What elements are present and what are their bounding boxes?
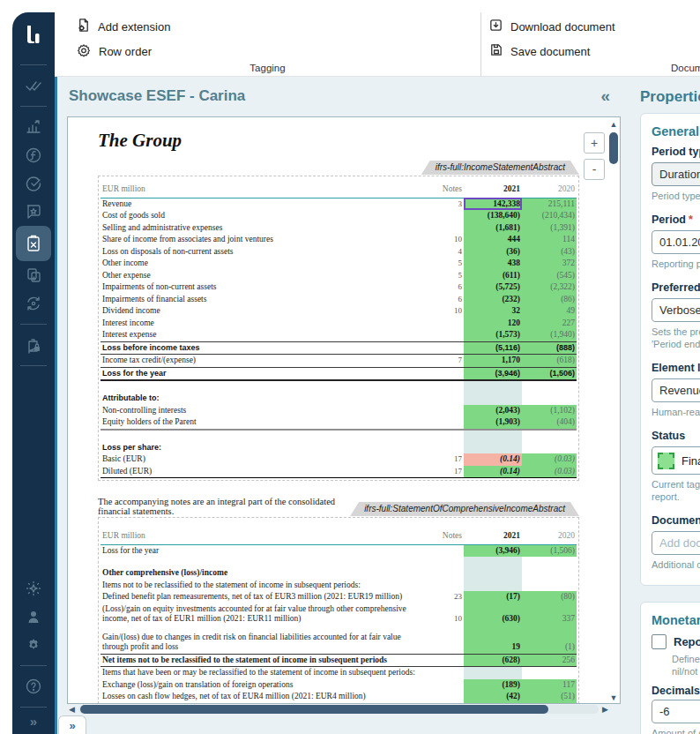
download-document-button[interactable]: Download document <box>488 16 700 37</box>
fact-cell-2020[interactable]: (1,391) <box>522 222 577 235</box>
bottom-expand-tab[interactable]: » <box>58 715 86 734</box>
collapse-panel-icon[interactable]: « <box>600 86 610 106</box>
clipboard-lock-icon[interactable] <box>18 331 49 359</box>
fact-cell-2021[interactable]: (1,681) <box>464 222 522 235</box>
fact-cell-2021[interactable]: (611) <box>464 270 522 282</box>
fact-cell-2020[interactable]: (888) <box>522 341 577 355</box>
fact-cell-2021[interactable]: 142,338 <box>464 198 522 210</box>
fact-cell-2020[interactable]: 215,111 <box>522 198 577 210</box>
fact-cell-2021[interactable]: 1,170 <box>464 355 522 368</box>
fact-cell-2021[interactable]: (42) <box>464 691 522 703</box>
gear-icon[interactable] <box>18 631 49 659</box>
fact-cell-2020[interactable]: (0.03) <box>522 466 577 478</box>
fact-cell-2021[interactable]: (2,043) <box>464 405 522 417</box>
fact-cell-2021[interactable]: (0.14) <box>464 466 522 478</box>
fact-cell-2020[interactable]: 114 <box>522 234 577 246</box>
preferred-label-input[interactable] <box>652 298 700 322</box>
fact-cell-2021[interactable]: (36) <box>464 246 522 258</box>
xbrl-tag-chip[interactable]: ifrs-full:StatementOfComprehensiveIncome… <box>350 502 579 516</box>
fact-cell-2021[interactable]: 120 <box>464 318 522 330</box>
fact-cell-2021[interactable]: (1,903) <box>464 416 522 430</box>
fact-cell-2021[interactable]: (628) <box>464 654 522 667</box>
fact-cell-2020[interactable]: (404) <box>522 416 577 430</box>
fact-cell-2020[interactable]: 256 <box>522 654 577 667</box>
sync-eye-icon[interactable] <box>18 289 49 318</box>
fact-cell-2021[interactable]: (630) <box>464 603 522 625</box>
fact-cell-2020[interactable]: (1,506) <box>522 367 577 380</box>
clipboard-x-icon[interactable] <box>16 226 51 261</box>
decimals-input[interactable] <box>652 700 700 723</box>
fact-cell-2021[interactable]: (5,725) <box>464 281 522 294</box>
fact-cell-2020[interactable]: 117 <box>522 679 577 692</box>
fact-cell-2020[interactable]: (43) <box>522 246 577 258</box>
fact-cell-2021[interactable]: (3,946) <box>464 367 522 380</box>
fact-cell-2021[interactable]: (189) <box>464 679 522 692</box>
row-label: Interest expense <box>101 329 430 341</box>
documentation-input[interactable] <box>652 531 700 555</box>
fact-cell-2021[interactable]: (0.14) <box>464 453 522 466</box>
fact-cell-2020[interactable]: (0.03) <box>522 453 577 466</box>
status-select[interactable]: Final <box>652 446 700 475</box>
fact-cell-2021[interactable]: (3,946) <box>464 544 522 557</box>
fact-cell-2021[interactable]: (17) <box>464 591 522 603</box>
fact-cell-2020[interactable]: (210,434) <box>522 210 577 222</box>
double-check-icon[interactable] <box>18 71 49 100</box>
scroll-right-icon[interactable]: ▶ <box>602 705 608 714</box>
fact-cell-2020[interactable]: (80) <box>522 591 577 603</box>
zoom-out-button[interactable]: - <box>584 159 605 180</box>
save-document-button[interactable]: Save document <box>488 41 700 62</box>
fact-cell-2020[interactable]: 337 <box>522 603 577 625</box>
fact-cell-2021 <box>464 580 522 592</box>
period-type-input[interactable] <box>652 162 700 186</box>
fact-cell-2020[interactable]: 372 <box>522 258 577 270</box>
report-nil-checkbox[interactable] <box>652 634 666 649</box>
fact-cell-2021[interactable]: (1,573) <box>464 329 522 341</box>
fact-cell-2020[interactable]: (1,506) <box>522 544 577 557</box>
bar-chart-icon[interactable] <box>18 113 49 141</box>
fact-cell-2020[interactable]: (2,322) <box>522 281 577 294</box>
check-circle-icon[interactable] <box>18 169 49 198</box>
add-extension-button[interactable]: Add extension <box>76 16 480 37</box>
scroll-up-icon[interactable]: ▲ <box>610 120 618 129</box>
fact-cell-2021[interactable]: 438 <box>464 258 522 270</box>
fact-cell-2020[interactable]: (545) <box>522 270 577 282</box>
fact-cell-2021[interactable]: (138,640) <box>464 210 522 222</box>
function-icon[interactable] <box>18 141 49 169</box>
element-label-input[interactable] <box>652 378 700 402</box>
fact-cell-2021[interactable]: (232) <box>464 294 522 306</box>
table-row <box>101 557 577 567</box>
fact-cell-2021[interactable]: 19 <box>464 632 522 655</box>
period-input[interactable] <box>652 230 700 254</box>
fact-cell-2020[interactable]: (618) <box>522 355 577 368</box>
xbrl-tag-chip[interactable]: ifrs-full:IncomeStatementAbstract <box>421 161 579 175</box>
sidebar-expand-icon[interactable]: » <box>30 714 37 729</box>
scroll-left-icon[interactable]: ◀ <box>69 705 75 714</box>
fact-cell-2021[interactable]: 32 <box>464 305 522 318</box>
row-label: Defined benefit plan remeasurements, net… <box>101 591 430 603</box>
table-row: Exchange (loss)/gain on translation of f… <box>101 679 577 692</box>
fact-cell-2020[interactable]: (1,102) <box>522 405 577 417</box>
comment-star-icon[interactable] <box>18 198 49 226</box>
row-order-button[interactable]: Row order <box>76 41 480 62</box>
copy-clipboard-icon[interactable] <box>18 261 49 289</box>
fact-cell-2020[interactable]: 227 <box>522 318 577 330</box>
help-icon[interactable] <box>18 672 49 700</box>
fact-cell-2020[interactable]: (51) <box>522 691 577 703</box>
column-header: 2020 <box>522 184 577 198</box>
panel-splitter[interactable] <box>55 76 57 734</box>
table-row: Impairments of non-current assets6(5,725… <box>101 281 577 294</box>
table-row: Items that have been or may be reclassif… <box>101 667 577 679</box>
note-reference: 5 <box>430 270 464 282</box>
user-icon[interactable] <box>18 603 49 631</box>
horizontal-scroll-thumb[interactable] <box>80 705 548 714</box>
vertical-scroll-thumb[interactable] <box>609 132 618 164</box>
fact-cell-2020[interactable]: (86) <box>522 294 577 306</box>
fact-cell-2020[interactable]: (1) <box>522 632 577 655</box>
sparkle-icon[interactable] <box>18 574 49 603</box>
fact-cell-2021[interactable]: (5,116) <box>464 341 522 355</box>
fact-cell-2021[interactable]: 444 <box>464 234 522 246</box>
fact-cell-2020[interactable]: (1,940) <box>522 329 577 341</box>
zoom-in-button[interactable]: + <box>584 132 605 154</box>
fact-cell-2020[interactable]: 49 <box>522 305 577 318</box>
scroll-down-icon[interactable]: ▼ <box>610 693 618 702</box>
